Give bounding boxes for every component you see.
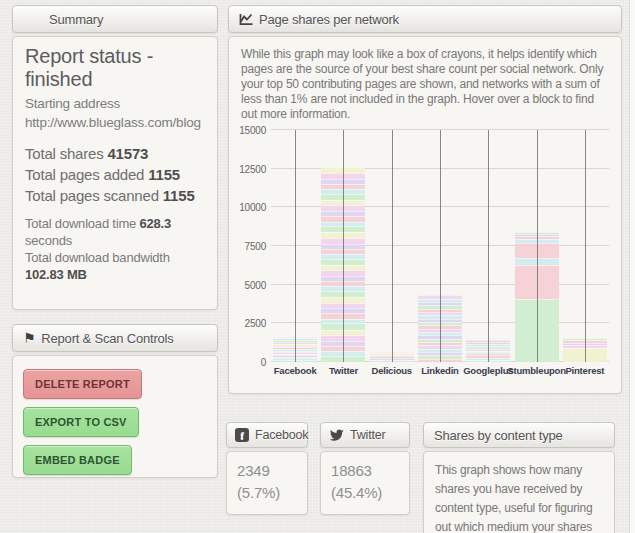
summary-panel-title: Summary — [23, 12, 103, 27]
summary-stats: Total shares 41573 Total pages added 115… — [25, 143, 205, 206]
content-type-panel-header: Shares by content type — [423, 422, 615, 448]
bottom-row: f Facebook 2349 (5.7%) Twitter 18863 (45… — [226, 422, 615, 533]
category-axis-line — [585, 130, 586, 362]
starting-address-url: http://www.blueglass.com/blog — [25, 115, 201, 130]
starting-address-label: Starting address — [25, 96, 120, 111]
chart-description: While this graph may look like a box of … — [241, 47, 609, 122]
x-axis-label-stumbleupon: Stumbleupon — [507, 365, 566, 376]
report-scan-controls-panel: ⚑ Report & Scan Controls DELETE REPORT E… — [12, 324, 218, 478]
x-axis-label-twitter: Twitter — [329, 365, 358, 376]
controls-panel-title: Report & Scan Controls — [41, 331, 173, 346]
twitter-card-header: Twitter — [320, 422, 410, 448]
category-axis-line — [392, 130, 393, 362]
twitter-share-count: 18863 — [331, 462, 372, 479]
stat-total-pages-added: Total pages added 1155 — [25, 166, 180, 183]
x-axis-label-pinterest: Pinterest — [565, 365, 604, 376]
y-axis-label: 5000 — [245, 279, 266, 290]
category-axis-line — [295, 130, 296, 362]
stat-download-time: Total download time 628.3 seconds — [25, 216, 171, 248]
left-column: Summary Report status - finished Startin… — [12, 5, 218, 478]
right-column: Page shares per network While this graph… — [228, 5, 622, 394]
y-axis-label: 7500 — [245, 241, 266, 252]
page-shares-panel-body: While this graph may look like a box of … — [228, 36, 622, 394]
category-axis-line — [440, 130, 441, 362]
starting-address: Starting address http://www.blueglass.co… — [25, 94, 205, 132]
summary-panel-body: Report status - finished Starting addres… — [12, 36, 218, 310]
facebook-share-count: 2349 — [237, 462, 270, 479]
facebook-card: f Facebook 2349 (5.7%) — [226, 422, 308, 533]
summary-panel-header: Summary — [12, 5, 218, 33]
facebook-icon: f — [235, 428, 249, 442]
page-shares-panel: Page shares per network While this graph… — [228, 5, 622, 394]
y-axis-label: 0 — [261, 357, 266, 368]
x-axis-label-facebook: Facebook — [274, 365, 317, 376]
facebook-share-percent: (5.7%) — [237, 484, 280, 501]
facebook-card-body: 2349 (5.7%) — [226, 451, 308, 515]
y-axis-label: 15000 — [239, 125, 266, 136]
report-status: Report status - finished — [25, 45, 205, 91]
twitter-card-body: 18863 (45.4%) — [320, 451, 410, 515]
content-type-panel-title: Shares by content type — [434, 428, 563, 443]
page-shares-panel-title: Page shares per network — [259, 12, 399, 27]
y-axis-label: 10000 — [239, 202, 266, 213]
summary-panel: Summary Report status - finished Startin… — [12, 5, 218, 310]
y-axis-label: 2500 — [245, 318, 266, 329]
x-axis-label-delicious: Delicious — [371, 365, 411, 376]
embed-badge-button[interactable]: EMBED BADGE — [23, 445, 132, 475]
content-type-description: This graph shows how many shares you hav… — [435, 463, 593, 533]
shares-by-content-type-panel: Shares by content type This graph shows … — [423, 422, 615, 533]
twitter-share-percent: (45.4%) — [331, 484, 382, 501]
page-shares-panel-header: Page shares per network — [228, 5, 622, 33]
chart-plot: 0250050007500100001250015000FacebookTwit… — [271, 130, 609, 362]
twitter-card-title: Twitter — [350, 428, 385, 442]
facebook-card-title: Facebook — [255, 428, 308, 442]
delete-report-button[interactable]: DELETE REPORT — [23, 369, 142, 399]
summary-substats: Total download time 628.3 seconds Total … — [25, 215, 205, 283]
category-axis-line — [343, 130, 344, 362]
scrollbar[interactable] — [629, 0, 635, 533]
category-axis-line — [488, 130, 489, 362]
controls-panel-header: ⚑ Report & Scan Controls — [12, 324, 218, 352]
dashboard-page: Summary Report status - finished Startin… — [0, 0, 635, 533]
twitter-card: Twitter 18863 (45.4%) — [320, 422, 410, 533]
x-axis-label-googleplus: Googleplus — [463, 365, 513, 376]
stat-total-shares: Total shares 41573 — [25, 145, 148, 162]
stat-total-pages-scanned: Total pages scanned 1155 — [25, 187, 195, 204]
x-axis-label-linkedin: Linkedin — [421, 365, 458, 376]
facebook-card-header: f Facebook — [226, 422, 308, 448]
category-axis-line — [537, 130, 538, 362]
controls-panel-body: DELETE REPORT EXPORT TO CSV EMBED BADGE — [12, 355, 218, 478]
export-to-csv-button[interactable]: EXPORT TO CSV — [23, 407, 139, 437]
y-axis-label: 12500 — [239, 163, 266, 174]
stat-download-bandwidth: Total download bandwidth 102.83 MB — [25, 250, 170, 282]
shares-per-network-chart: 0250050007500100001250015000FacebookTwit… — [241, 130, 609, 362]
content-type-panel-body: This graph shows how many shares you hav… — [423, 451, 615, 533]
flag-icon: ⚑ — [23, 331, 35, 345]
twitter-bird-icon — [329, 429, 344, 442]
line-chart-icon — [239, 13, 253, 26]
